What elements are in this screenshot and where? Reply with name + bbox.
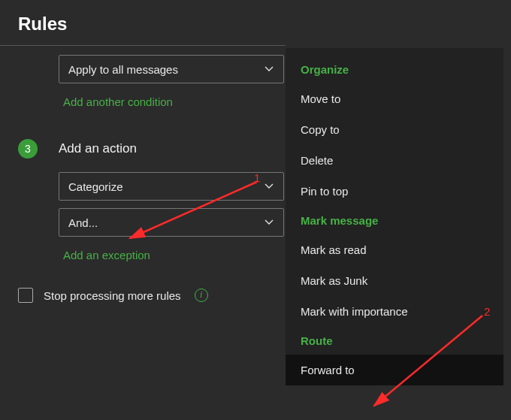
- action-dropdown-1-label: Categorize: [68, 180, 123, 193]
- step-number-3: 3: [18, 139, 38, 159]
- menu-item-pin-to-top[interactable]: Pin to top: [286, 176, 503, 207]
- menu-item-copy-to[interactable]: Copy to: [286, 114, 503, 145]
- add-exception-link[interactable]: Add an exception: [63, 249, 150, 261]
- condition-dropdown[interactable]: Apply to all messages: [59, 55, 284, 83]
- menu-section-route: Route: [286, 327, 503, 355]
- menu-item-mark-junk[interactable]: Mark as Junk: [286, 265, 503, 296]
- stop-processing-checkbox[interactable]: [18, 288, 33, 303]
- condition-dropdown-label: Apply to all messages: [68, 63, 178, 76]
- menu-section-organize: Organize: [286, 56, 503, 83]
- menu-item-delete[interactable]: Delete: [286, 145, 503, 176]
- add-condition-link[interactable]: Add another condition: [63, 95, 173, 108]
- chevron-down-icon: [264, 217, 274, 228]
- menu-item-mark-read[interactable]: Mark as read: [286, 234, 503, 265]
- menu-item-forward-to[interactable]: Forward to: [286, 355, 503, 385]
- menu-item-move-to[interactable]: Move to: [286, 83, 503, 114]
- stop-processing-label: Stop processing more rules: [44, 289, 181, 302]
- action-dropdown-1[interactable]: Categorize: [59, 172, 284, 201]
- info-icon[interactable]: i: [195, 289, 208, 302]
- page-title: Rules: [0, 0, 511, 45]
- chevron-down-icon: [264, 181, 274, 192]
- action-dropdown-2[interactable]: And...: [59, 208, 284, 237]
- action-options-menu: Organize Move to Copy to Delete Pin to t…: [286, 48, 503, 385]
- chevron-down-icon: [264, 64, 274, 74]
- add-action-heading: Add an action: [59, 141, 137, 156]
- menu-section-mark: Mark message: [286, 207, 503, 234]
- menu-item-mark-importance[interactable]: Mark with importance: [286, 296, 503, 327]
- action-dropdown-2-label: And...: [68, 216, 98, 229]
